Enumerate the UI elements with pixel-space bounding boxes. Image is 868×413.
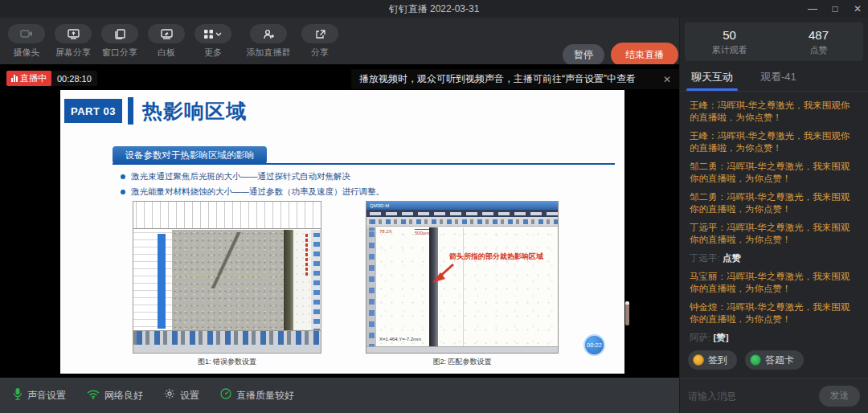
- fig1-scratch-line: [178, 232, 274, 288]
- fig1-heat-zone-band: [284, 230, 293, 330]
- red-arrow-icon: [428, 261, 455, 287]
- whiteboard-label: 白板: [158, 47, 175, 59]
- live-status-strip: 直播中 00:28:10: [6, 71, 97, 86]
- chat-sender: 王峰：: [690, 131, 718, 141]
- screen-share-button[interactable]: 屏幕分享: [53, 24, 93, 59]
- stream-quality-status[interactable]: 直播质量较好: [220, 388, 294, 403]
- fig1-white-area: [293, 230, 311, 330]
- bullet-dot-icon: [121, 174, 125, 179]
- chat-sender: 邹二勇：: [690, 192, 727, 202]
- whiteboard-icon: [161, 29, 173, 39]
- chat-sender: 邹二勇：: [690, 162, 727, 171]
- dingtalk-live-window: 钉钉直播 2022-03-31 — □ ✕ 摄像头 屏幕分享: [0, 0, 868, 413]
- stream-quality-label: 直播质量较好: [236, 389, 294, 403]
- fig2-status-readout: X=1.464,Y=-7.2mm: [379, 337, 421, 341]
- add-live-group-button[interactable]: 添加直播群: [244, 24, 293, 59]
- slide-title: 热影响区域: [142, 98, 247, 125]
- bullet-text: 激光束通过聚焦后光斑的大小——通过探针式自动对焦解决: [131, 171, 350, 182]
- camera-button[interactable]: 摄像头: [6, 24, 47, 59]
- share-icon: [315, 29, 326, 39]
- maximize-button[interactable]: □: [829, 3, 841, 14]
- minimize-button[interactable]: —: [807, 3, 818, 14]
- fig1-parameter-list: [133, 230, 172, 330]
- like-message: 阿萨: [赞]: [690, 332, 858, 344]
- wifi-icon: [87, 388, 100, 403]
- fig1-crosshair-line: [172, 276, 284, 276]
- more-button[interactable]: 更多: [193, 24, 233, 59]
- chevron-down-icon: [215, 32, 222, 36]
- add-live-group-label: 添加直播群: [247, 47, 291, 59]
- window-share-label: 窗口分享: [102, 47, 137, 59]
- chat-message: 邹二勇：冯晖琪-华之尊激光，我来围观你的直播啦，为你点赞！: [690, 161, 858, 185]
- fig2-toolbar: [366, 217, 559, 227]
- fig1-icon-column: [311, 230, 321, 330]
- settings-button[interactable]: 设置: [164, 388, 199, 403]
- signin-coin-icon: [693, 354, 704, 366]
- bottom-status-bar: 声音设置 网络良好 设置 直播质量较好: [0, 378, 679, 413]
- bullet-text: 激光能量对材料烧蚀的大小——通过参数（功率及速度）进行调整。: [131, 186, 384, 198]
- settings-label: 设置: [180, 389, 199, 403]
- presentation-slide: PART 03 热影响区域 设备参数对于热影响区域的影响 激光束通过聚焦后光斑的…: [60, 90, 624, 374]
- sign-in-label: 签到: [708, 354, 727, 367]
- add-group-icon: [263, 29, 275, 39]
- fig1-selection-bar: [158, 234, 166, 329]
- chat-message: 王峰：冯晖琪-华之尊激光，我来围观你的直播啦，为你点赞！: [690, 130, 858, 154]
- tab-viewers[interactable]: 观看-41: [760, 70, 796, 91]
- share-button[interactable]: 分享: [300, 24, 340, 59]
- live-badge: 直播中: [6, 71, 51, 86]
- slide-bullets: 激光束通过聚焦后光斑的大小——通过探针式自动对焦解决 激光能量对材料烧蚀的大小—…: [121, 171, 384, 202]
- chat-message-list[interactable]: 王峰：冯晖琪-华之尊激光，我来围观你的直播啦，为你点赞！ 王峰：冯晖琪-华之尊激…: [680, 92, 868, 347]
- more-grid-icon: [204, 30, 213, 39]
- figure-2-caption: 图2: 匹配参数设置: [366, 357, 559, 367]
- views-count: 50: [723, 28, 736, 42]
- end-live-button[interactable]: 结束直播: [611, 43, 678, 67]
- quiz-card-button[interactable]: 答题卡: [745, 350, 804, 370]
- sign-in-button[interactable]: 签到: [688, 350, 737, 370]
- live-toolbar: 摄像头 屏幕分享 窗口分享 白板: [0, 18, 679, 64]
- window-share-icon: [114, 29, 125, 39]
- live-badge-label: 直播中: [20, 72, 47, 84]
- window-controls: — □ ✕: [807, 0, 863, 18]
- chat-sender: 丁远平:: [690, 253, 723, 263]
- window-share-button[interactable]: 窗口分享: [100, 24, 140, 59]
- chat-sender: 阿萨:: [690, 333, 713, 342]
- likes-label: 点赞: [810, 44, 828, 56]
- views-label: 累计观看: [712, 44, 747, 56]
- like-message: 丁远平: 点赞: [690, 252, 858, 264]
- live-bars-icon: [11, 75, 18, 82]
- more-label: 更多: [204, 47, 222, 59]
- title-bar: 钉钉直播 2022-03-31 — □ ✕: [0, 0, 868, 18]
- fig2-pane-divider: [463, 227, 464, 346]
- chat-message: 邹二勇：冯晖琪-华之尊激光，我来围观你的直播啦，为你点赞！: [690, 191, 858, 215]
- share-label: 分享: [311, 47, 329, 59]
- slide-bullet: 激光束通过聚焦后光斑的大小——通过探针式自动对焦解决: [121, 171, 384, 182]
- send-button[interactable]: 发送: [819, 386, 860, 407]
- heat-zone-annotation: 箭头所指的部分就热影响区域: [449, 251, 543, 262]
- video-stage: 直播中 00:28:10 播放视频时，观众可听到视频声音，主播可前往“声音设置”…: [0, 64, 679, 378]
- fig2-menubar: [366, 210, 559, 217]
- slide-bullet: 激光能量对材料烧蚀的大小——通过参数（功率及速度）进行调整。: [121, 186, 384, 198]
- fig1-red-label: [305, 234, 308, 276]
- notice-close-icon[interactable]: ✕: [661, 74, 673, 85]
- chat-input[interactable]: [688, 391, 813, 402]
- audio-settings-button[interactable]: 声音设置: [13, 387, 66, 403]
- fig2-image-canvas: [376, 227, 559, 346]
- audio-settings-label: 声音设置: [27, 389, 66, 403]
- toolbar-left-group: 摄像头 屏幕分享 窗口分享 白板: [6, 24, 233, 59]
- pause-button[interactable]: 暂停: [563, 44, 604, 66]
- whiteboard-button[interactable]: 白板: [146, 24, 186, 59]
- network-status[interactable]: 网络良好: [87, 388, 143, 403]
- slide-scrollbar-thumb[interactable]: [625, 301, 629, 325]
- chat-input-bar: 发送: [680, 378, 868, 413]
- bullet-dot-icon: [121, 190, 125, 194]
- figure-1-caption: 图1: 错误参数设置: [133, 357, 321, 367]
- fig2-zoom-readout: 78.2X: [379, 229, 392, 234]
- quiz-card-label: 答题卡: [765, 354, 794, 367]
- fig2-tool-column: [366, 227, 376, 346]
- gear-icon: [164, 388, 175, 403]
- quiz-card-icon: [750, 354, 761, 366]
- figure-1-screenshot: [133, 201, 321, 354]
- slide-timer-badge: 00:22: [583, 334, 605, 356]
- tab-chat[interactable]: 聊天互动: [691, 70, 733, 91]
- close-button[interactable]: ✕: [852, 3, 863, 14]
